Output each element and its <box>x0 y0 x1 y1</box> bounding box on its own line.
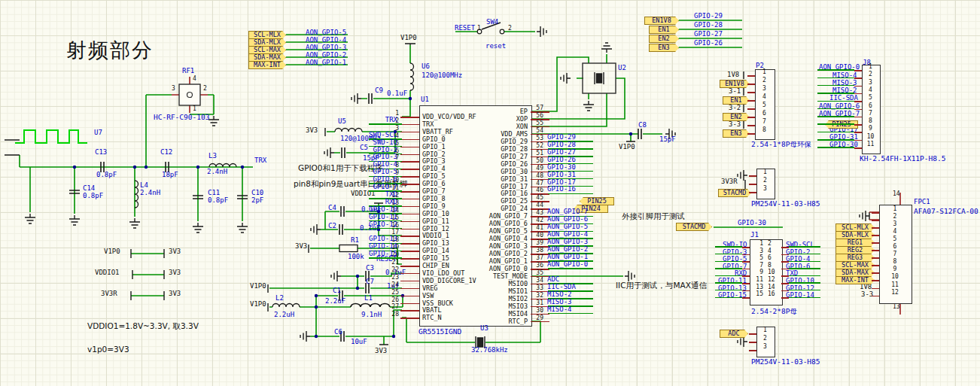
antenna-wave <box>15 130 87 143</box>
port-en1[interactable]: EN1 <box>723 96 750 105</box>
port-sda-max[interactable]: SDA-MAX <box>248 53 286 62</box>
wire <box>789 268 820 269</box>
port-sda-mlx[interactable]: SDA-MLX <box>835 231 875 239</box>
wire <box>789 261 820 263</box>
port-reg1[interactable]: REG1 <box>835 239 875 247</box>
label-c1[interactable]: C1 <box>333 287 341 295</box>
port-scl-max[interactable]: SCL-MAX <box>248 46 286 54</box>
label-l1[interactable]: L1 <box>364 295 373 302</box>
port-stacmd[interactable]: STACMD <box>718 189 751 197</box>
u1-pin-25-name: VSW <box>422 292 434 299</box>
net-label-trx[interactable]: TRX <box>254 157 266 165</box>
net-label-gpio-31[interactable]: GPIO-31 <box>547 172 576 179</box>
u1-pin-35-name: TEST_MODE <box>452 272 528 280</box>
u1-pin-36-name: AON_GPIO_0 <box>452 265 528 272</box>
wire <box>789 297 820 299</box>
port-adc[interactable]: ADC <box>720 330 748 338</box>
u1-pin-44-name: GPIO_24 <box>452 205 528 212</box>
port-sda-mlx[interactable]: SDA-MLX <box>248 38 286 47</box>
port-scl-mlx[interactable]: SCL-MLX <box>835 223 875 232</box>
label-c8[interactable]: C8 <box>638 122 647 129</box>
label-gr5515ignd[interactable]: GR5515IGND <box>418 328 461 336</box>
u1-pin-14-name: GPIO_10 <box>422 210 449 217</box>
label-2-54-2-8p母[interactable]: 2.54-2*8P母 <box>751 308 797 315</box>
net-label-trx[interactable]: TRX <box>345 117 397 124</box>
port-en1v8[interactable]: EN1V8 <box>644 17 679 25</box>
label-hc-rf-c90-103[interactable]: HC-RF-C90-103 <box>154 114 209 121</box>
net-label-gpio-27[interactable]: GPIO-27 <box>694 31 723 38</box>
net-label-aon-gpio-1[interactable]: AON_GPIO-1 <box>306 59 346 67</box>
net-label-aon-gpio-0[interactable]: AON_GPIO-0 <box>547 261 588 269</box>
net-label-gpio-30[interactable]: GPIO-30 <box>547 164 576 172</box>
label-c2[interactable]: C2 <box>328 223 336 230</box>
port-pin25[interactable]: PIN25 <box>580 197 614 205</box>
label-4: 4 <box>193 76 196 83</box>
label-fpc1[interactable]: FPC1 <box>914 199 930 206</box>
net-label-reset[interactable]: RESET <box>455 25 475 32</box>
label-2pf: 2pF <box>251 197 263 205</box>
port-sda-max[interactable]: SDA-MAX <box>835 269 875 277</box>
net-label-gpio-12[interactable]: GPIO-12 <box>345 221 397 229</box>
label-c9[interactable]: C9 <box>375 87 383 95</box>
schematic-canvas: 射频部分AON_GPIO-5AON_GPIO-4AON_GPIO-3AON_GP… <box>0 0 980 386</box>
label-c13[interactable]: C13 <box>95 149 107 157</box>
label-c4[interactable]: C4 <box>328 205 336 212</box>
port-en2[interactable]: EN2 <box>723 113 750 121</box>
net-label-swd-io[interactable]: SWD-IO <box>345 139 397 147</box>
net-label-gpio-16[interactable]: GPIO-16 <box>547 186 576 193</box>
port-scl-mlx[interactable]: SCL-MLX <box>248 31 286 39</box>
label-u6[interactable]: U6 <box>422 63 430 71</box>
net-label-gpio-26[interactable]: GPIO-26 <box>694 40 723 47</box>
port-max-int[interactable]: MAX-INT <box>835 276 875 284</box>
net-label-gpio-28[interactable]: GPIO-28 <box>694 22 723 29</box>
label-j1[interactable]: J1 <box>750 232 759 239</box>
port-max-int[interactable]: MAX-INT <box>248 61 286 69</box>
label-3v3: 3V3 <box>306 127 318 135</box>
label-c12[interactable]: C12 <box>160 149 172 157</box>
u1-pin-28-stub <box>400 318 419 319</box>
port-en1v8[interactable]: EN1V8 <box>720 80 750 88</box>
label-reset[interactable]: reset <box>485 43 506 50</box>
label-l2[interactable]: L2 <box>275 295 284 302</box>
label-3v3: 3V3 <box>169 290 181 298</box>
net-label-gpio-15[interactable]: GPIO-15 <box>345 251 397 258</box>
label-c7[interactable]: C7 <box>366 278 374 286</box>
stub <box>742 247 750 248</box>
net-label-gpio-29[interactable]: GPIO-29 <box>694 13 723 20</box>
stub <box>747 125 755 126</box>
connector-j8-pin-9: 9 <box>862 125 879 132</box>
label-v1p0: V1P0 <box>104 248 120 256</box>
label-kh-2-54fh-1x11p-h8-5[interactable]: KH-2.54FH-1X11P-H8.5 <box>860 155 945 163</box>
u1-pin-19-stub <box>400 251 419 252</box>
label-rf1[interactable]: RF1 <box>182 68 194 75</box>
label-sw4[interactable]: SW4 <box>486 19 498 26</box>
label-u1[interactable]: U1 <box>421 96 429 104</box>
port-stacmd[interactable]: STACMD <box>676 223 712 231</box>
wire <box>715 261 742 263</box>
port-en3[interactable]: EN3 <box>723 129 750 138</box>
label-l3[interactable]: L3 <box>208 153 217 160</box>
port-scl-max[interactable]: SCL-MAX <box>835 261 875 269</box>
net-label-miso-4[interactable]: MISO-4 <box>547 306 572 314</box>
stub <box>747 133 755 135</box>
label-c6[interactable]: C6 <box>334 329 342 336</box>
port-reg2[interactable]: REG2 <box>835 246 875 254</box>
u1-pin-25-number: 25 <box>379 289 399 296</box>
label-u2[interactable]: U2 <box>618 65 626 72</box>
port-en3[interactable]: EN3 <box>649 44 679 52</box>
label-c3[interactable]: C3 <box>366 265 374 272</box>
label-pm254v-11-03-h85[interactable]: PM254V-11-03-H85 <box>751 358 820 366</box>
label-u3[interactable]: U3 <box>480 325 488 333</box>
label-3: 3 <box>172 86 175 93</box>
stub <box>781 275 789 277</box>
net-label-gpio-14[interactable]: GPIO-14 <box>786 292 814 299</box>
label-afa07-s12fca-00[interactable]: AFA07-S12FCA-00 <box>914 208 978 215</box>
port-reg3[interactable]: REG3 <box>835 254 875 262</box>
label-u7[interactable]: U7 <box>94 129 102 137</box>
net-label-gpio-11[interactable]: GPIO-11 <box>345 214 397 221</box>
port-en1[interactable]: EN1 <box>649 26 679 34</box>
label-pm254v-11-03-h85[interactable]: PM254V-11-03-H85 <box>751 200 820 208</box>
net-label-gpio-30[interactable]: GPIO-30 <box>738 220 766 227</box>
label-2-54-1-8p母环保[interactable]: 2.54-1*8P母环保 <box>751 141 811 148</box>
port-en2[interactable]: EN2 <box>649 35 679 43</box>
